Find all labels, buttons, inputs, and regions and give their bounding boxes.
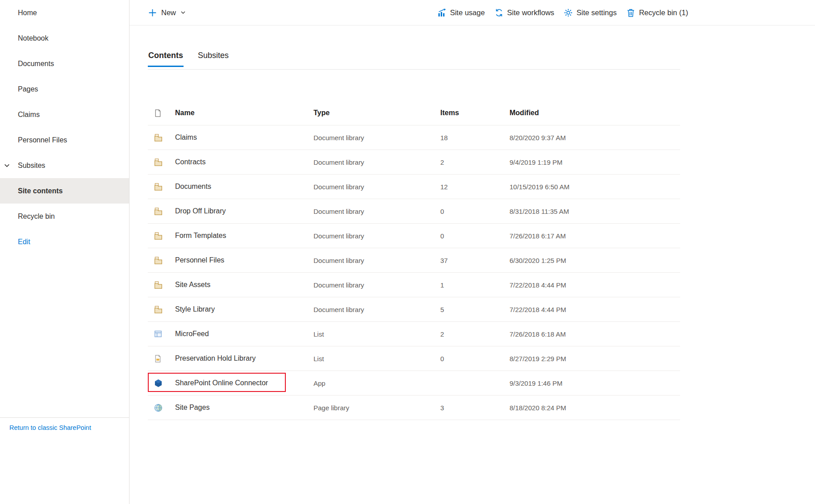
column-header-items[interactable]: Items [440, 109, 510, 117]
item-name-link[interactable]: Documents [175, 183, 313, 191]
gear-icon [564, 8, 573, 17]
sidebar-item-personnel-files[interactable]: Personnel Files [0, 127, 129, 153]
item-name-link[interactable]: Form Templates [175, 232, 313, 240]
table-row-preservation-hold-library[interactable]: Preservation Hold LibraryList08/27/2019 … [148, 346, 680, 371]
item-modified: 9/4/2019 1:19 PM [510, 158, 680, 166]
main-content: New Site usageSite workflowsSite setting… [130, 0, 815, 504]
item-name-link[interactable]: Style Library [175, 305, 313, 313]
column-header-modified[interactable]: Modified [510, 109, 680, 117]
item-type: Page library [313, 404, 440, 412]
tab-contents[interactable]: Contents [148, 50, 184, 69]
table-row-claims[interactable]: ClaimsDocument library188/20/2020 9:37 A… [148, 125, 680, 150]
item-name-link[interactable]: SharePoint Online Connector [175, 379, 313, 387]
library-icon [148, 231, 175, 241]
item-modified: 8/31/2018 11:35 AM [510, 208, 680, 215]
item-modified: 10/15/2019 6:50 AM [510, 183, 680, 191]
item-modified: 6/30/2020 1:25 PM [510, 257, 680, 264]
sidebar-item-label: Home [18, 9, 37, 17]
item-count: 5 [440, 306, 510, 313]
sidebar-item-home[interactable]: Home [0, 0, 129, 25]
library-icon [148, 207, 175, 216]
column-header-name[interactable]: Name [175, 109, 313, 117]
pivot-tabs: ContentsSubsites [148, 50, 680, 70]
item-count: 1 [440, 281, 510, 289]
sidebar-item-label: Personnel Files [18, 136, 67, 144]
action-label: Site usage [450, 8, 485, 17]
item-type: Document library [313, 158, 440, 166]
new-button[interactable]: New [148, 8, 186, 17]
item-modified: 9/3/2019 1:46 PM [510, 379, 680, 387]
site-usage-button[interactable]: Site usage [437, 8, 485, 17]
table-row-drop-off-library[interactable]: Drop Off LibraryDocument library08/31/20… [148, 199, 680, 224]
contents-table: Name Type Items Modified ClaimsDocument … [148, 101, 680, 420]
chevron-down-icon[interactable] [3, 162, 11, 169]
table-row-contracts[interactable]: ContractsDocument library29/4/2019 1:19 … [148, 150, 680, 175]
item-type: Document library [313, 281, 440, 289]
item-type: Document library [313, 183, 440, 191]
sync-icon [494, 8, 504, 17]
item-modified: 7/22/2018 4:44 PM [510, 281, 680, 289]
table-body: ClaimsDocument library188/20/2020 9:37 A… [148, 125, 680, 420]
site-workflows-button[interactable]: Site workflows [494, 8, 554, 17]
sidebar-item-label: Recycle bin [18, 212, 55, 221]
item-name-link[interactable]: MicroFeed [175, 330, 313, 338]
table-row-site-assets[interactable]: Site AssetsDocument library17/22/2018 4:… [148, 273, 680, 297]
table-row-personnel-files[interactable]: Personnel FilesDocument library376/30/20… [148, 248, 680, 273]
item-name-link[interactable]: Drop Off Library [175, 207, 313, 215]
sidebar-item-subsites[interactable]: Subsites [0, 153, 129, 178]
item-count: 0 [440, 232, 510, 240]
site-settings-button[interactable]: Site settings [564, 8, 617, 17]
sidebar-item-edit[interactable]: Edit [0, 229, 129, 254]
action-label: Site settings [577, 8, 617, 17]
item-count: 18 [440, 134, 510, 142]
column-header-type[interactable]: Type [313, 109, 440, 117]
item-modified: 7/22/2018 4:44 PM [510, 306, 680, 313]
sidebar-item-site-contents[interactable]: Site contents [0, 178, 129, 204]
item-type: Document library [313, 134, 440, 142]
sidebar-footer: Return to classic SharePoint [0, 417, 129, 432]
sidebar-item-label: Edit [18, 238, 30, 246]
sidebar-item-recycle-bin[interactable]: Recycle bin [0, 204, 129, 229]
sidebar-item-claims[interactable]: Claims [0, 102, 129, 127]
item-name-link[interactable]: Personnel Files [175, 256, 313, 264]
item-name-link[interactable]: Preservation Hold Library [175, 354, 313, 362]
item-name-link[interactable]: Site Pages [175, 404, 313, 412]
item-count: 12 [440, 183, 510, 191]
item-name-link[interactable]: Contracts [175, 158, 313, 166]
pages-icon [148, 403, 175, 412]
sidebar-nav: HomeNotebookDocumentsPagesClaimsPersonne… [0, 0, 129, 254]
library-icon [148, 182, 175, 192]
sidebar-item-pages[interactable]: Pages [0, 76, 129, 102]
sidebar-item-label: Subsites [18, 162, 45, 170]
table-row-documents[interactable]: DocumentsDocument library1210/15/2019 6:… [148, 175, 680, 199]
item-count: 0 [440, 355, 510, 362]
table-row-form-templates[interactable]: Form TemplatesDocument library07/26/2018… [148, 224, 680, 248]
list-icon [148, 329, 175, 338]
sidebar-item-documents[interactable]: Documents [0, 51, 129, 76]
table-row-microfeed[interactable]: MicroFeedList27/26/2018 6:18 AM [148, 322, 680, 346]
chart-icon [437, 8, 447, 17]
return-to-classic-link[interactable]: Return to classic SharePoint [9, 424, 91, 431]
table-row-site-pages[interactable]: Site PagesPage library38/18/2020 8:24 PM [148, 396, 680, 420]
recycle-bin-1-button[interactable]: Recycle bin (1) [626, 8, 688, 17]
document-icon [148, 109, 175, 117]
sidebar-item-label: Notebook [18, 34, 49, 42]
item-name-link[interactable]: Site Assets [175, 281, 313, 289]
item-modified: 7/26/2018 6:17 AM [510, 232, 680, 240]
library-icon [148, 133, 175, 142]
item-name-link[interactable]: Claims [175, 133, 313, 142]
tab-subsites[interactable]: Subsites [197, 50, 229, 69]
table-row-sharepoint-online-connector[interactable]: SharePoint Online ConnectorApp9/3/2019 1… [148, 371, 680, 396]
command-bar-actions: Site usageSite workflowsSite settingsRec… [437, 8, 688, 17]
item-modified: 8/18/2020 8:24 PM [510, 404, 680, 412]
item-type: App [313, 379, 440, 387]
action-label: Site workflows [507, 8, 554, 17]
item-count: 2 [440, 330, 510, 338]
sidebar-item-label: Site contents [18, 187, 63, 195]
sidebar-item-notebook[interactable]: Notebook [0, 25, 129, 51]
table-row-style-library[interactable]: Style LibraryDocument library57/22/2018 … [148, 297, 680, 322]
item-type: Document library [313, 232, 440, 240]
table-header-row: Name Type Items Modified [148, 101, 680, 125]
sidebar: HomeNotebookDocumentsPagesClaimsPersonne… [0, 0, 130, 504]
action-label: Recycle bin (1) [639, 8, 688, 17]
